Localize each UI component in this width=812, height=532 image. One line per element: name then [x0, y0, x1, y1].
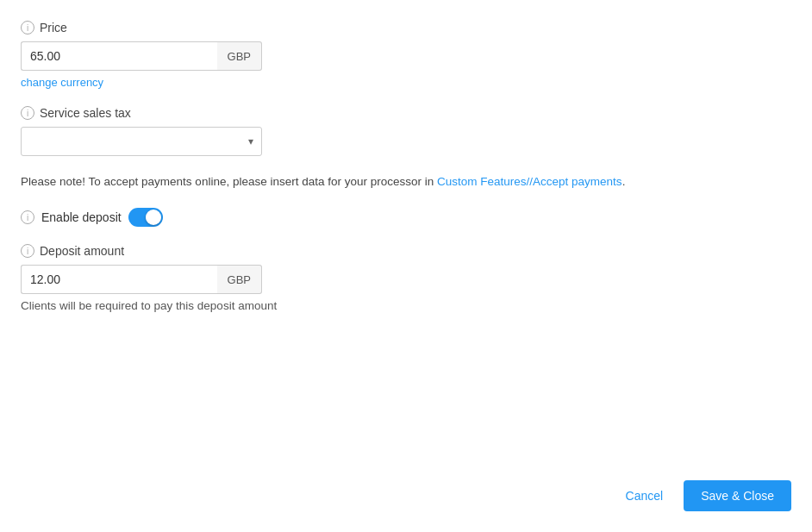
enable-deposit-label: Enable deposit — [41, 210, 122, 224]
service-sales-tax-label: Service sales tax — [40, 106, 131, 120]
payment-note: Please note! To accept payments online, … — [21, 173, 791, 191]
price-field-group: i Price GBP change currency — [21, 21, 791, 89]
change-currency-link[interactable]: change currency — [21, 76, 103, 89]
toggle-knob — [146, 210, 161, 225]
price-input-wrapper: GBP — [21, 41, 262, 71]
main-container: i Price GBP change currency i Service sa… — [0, 0, 812, 532]
deposit-amount-input-wrapper: GBP — [21, 265, 262, 294]
footer-actions: Cancel Save & Close — [615, 480, 791, 511]
deposit-amount-group: i Deposit amount GBP Clients will be req… — [21, 244, 791, 312]
service-sales-tax-info-icon[interactable]: i — [21, 106, 34, 120]
note-text-before-link: Please note! To accept payments online, … — [21, 175, 437, 188]
deposit-amount-info-icon[interactable]: i — [21, 244, 34, 258]
service-sales-tax-group: i Service sales tax ▾ — [21, 106, 791, 156]
deposit-currency-addon: GBP — [217, 265, 262, 294]
deposit-note-text: Clients will be required to pay this dep… — [21, 299, 791, 312]
service-sales-tax-select-wrapper: ▾ — [21, 127, 262, 156]
deposit-amount-label: Deposit amount — [40, 244, 124, 258]
price-label-row: i Price — [21, 21, 791, 34]
deposit-amount-label-row: i Deposit amount — [21, 244, 791, 258]
price-info-icon[interactable]: i — [21, 21, 34, 34]
price-label: Price — [40, 21, 67, 34]
enable-deposit-group: i Enable deposit — [21, 208, 791, 227]
enable-deposit-toggle[interactable] — [128, 208, 163, 227]
enable-deposit-row: i Enable deposit — [21, 208, 791, 227]
deposit-amount-input[interactable] — [21, 265, 217, 294]
service-sales-tax-select[interactable] — [21, 127, 262, 156]
enable-deposit-info-icon[interactable]: i — [21, 210, 34, 224]
price-currency-addon: GBP — [217, 41, 262, 71]
price-input[interactable] — [21, 41, 217, 71]
cancel-button[interactable]: Cancel — [615, 482, 674, 510]
save-close-button[interactable]: Save & Close — [684, 480, 791, 511]
service-sales-tax-label-row: i Service sales tax — [21, 106, 791, 120]
note-text-after-link: . — [622, 175, 626, 188]
custom-features-link[interactable]: Custom Features//Accept payments — [437, 175, 622, 188]
